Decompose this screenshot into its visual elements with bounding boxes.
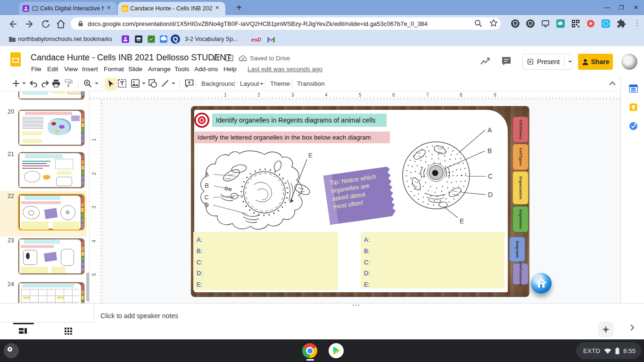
menu-file[interactable]: File <box>31 66 41 73</box>
extension-cloud-app-icon[interactable] <box>556 19 565 28</box>
activity-icon[interactable] <box>480 57 490 66</box>
expand-panel-chevron-icon[interactable] <box>630 324 634 331</box>
menu-addons[interactable]: Add-ons <box>194 66 218 73</box>
layout-caret-icon[interactable] <box>260 83 264 85</box>
collapse-toolbar-icon[interactable] <box>609 81 616 85</box>
tab-organization[interactable]: Organization <box>512 171 528 205</box>
keep-icon[interactable] <box>629 103 638 112</box>
extension-meet-icon[interactable] <box>602 19 610 28</box>
tasks-icon[interactable] <box>629 122 638 131</box>
tab-cell-types[interactable]: CellTypes <box>512 144 528 170</box>
menu-tools[interactable]: Tools <box>174 66 190 73</box>
gmail-icon[interactable] <box>267 36 275 43</box>
direction-text[interactable]: Identify the lettered organelles in the … <box>195 132 390 143</box>
reload-icon[interactable] <box>41 19 51 29</box>
browser-menu-icon[interactable]: ⋮ <box>634 19 637 28</box>
play-store-app-icon[interactable] <box>329 343 344 358</box>
filmstrip-scrollbar[interactable] <box>86 272 90 302</box>
slide-thumbnail-22[interactable] <box>18 194 85 230</box>
menu-help[interactable]: Help <box>223 66 237 73</box>
insert-image-icon[interactable] <box>131 79 140 88</box>
extension-shield-1-icon[interactable] <box>511 19 520 28</box>
tab-organelles[interactable]: Organelles <box>512 206 528 232</box>
slide-thumbnail-19[interactable] <box>18 91 85 100</box>
line-caret-icon[interactable] <box>172 82 175 84</box>
comments-icon[interactable] <box>501 56 512 66</box>
redo-icon[interactable] <box>41 80 50 87</box>
extension-shield-2-icon[interactable] <box>526 19 535 28</box>
slide-thumbnail-23[interactable] <box>18 238 85 275</box>
explore-button[interactable] <box>598 321 614 337</box>
filmstrip-view-icon[interactable] <box>19 328 27 335</box>
new-slide-caret-icon[interactable] <box>22 82 26 84</box>
slides-logo[interactable] <box>10 52 21 66</box>
forward-icon[interactable] <box>25 19 35 29</box>
bookmark-q-icon[interactable]: Q <box>171 34 180 44</box>
print-icon[interactable] <box>52 79 60 88</box>
window-restore-button[interactable]: ❐ <box>618 4 625 11</box>
animal-cell-diagram-right[interactable]: A B C D E <box>398 118 500 226</box>
zoom-caret-icon[interactable] <box>95 82 99 84</box>
document-title[interactable]: Candace Hunte - Cells INB 2021 Dellosso … <box>31 53 231 63</box>
avatar[interactable] <box>621 54 637 70</box>
present-caret-icon[interactable] <box>568 61 572 63</box>
home-nav-button[interactable] <box>531 273 552 294</box>
answer-a-right[interactable]: A: <box>364 234 504 246</box>
answer-box-right[interactable]: A: B: C: D: E: <box>361 232 504 288</box>
layout-button[interactable]: Layout <box>240 80 259 87</box>
grid-view-icon[interactable] <box>65 328 72 335</box>
animal-cell-diagram-left[interactable]: A B C D E <box>195 147 322 233</box>
shape-icon[interactable] <box>149 79 157 88</box>
notes-resize-handle[interactable] <box>353 304 362 306</box>
star-doc-icon[interactable] <box>212 54 220 62</box>
textbox-icon[interactable] <box>118 79 126 88</box>
tab-cell-theory[interactable]: CellTheory <box>512 116 528 143</box>
slide-thumbnail-20[interactable] <box>18 109 85 146</box>
bookmark-star-icon[interactable] <box>489 19 498 27</box>
bookmarks-folder-label[interactable]: northbabylonschools.net bookmarks <box>18 36 112 42</box>
bookmark-app3-icon[interactable] <box>148 35 155 43</box>
answer-b-left[interactable]: B: <box>197 246 338 257</box>
speaker-notes-placeholder[interactable]: Click to add speaker notes <box>100 312 178 320</box>
line-tool-icon[interactable] <box>161 79 169 88</box>
tab1-close-icon[interactable] <box>106 5 113 12</box>
menu-insert[interactable]: Insert <box>82 66 98 73</box>
menu-view[interactable]: View <box>64 66 78 73</box>
bookmark-app4-icon[interactable] <box>160 35 167 43</box>
answer-a-left[interactable]: A: <box>197 234 338 246</box>
new-tab-button[interactable] <box>234 3 246 15</box>
omnibox[interactable]: docs.google.com/presentation/d/1X5HIGvZB… <box>71 17 501 30</box>
home-icon[interactable] <box>56 19 66 29</box>
menu-slide[interactable]: Slide <box>128 66 142 73</box>
paint-format-icon[interactable] <box>65 79 73 88</box>
answer-b-right[interactable]: B: <box>364 246 504 257</box>
objective-text[interactable]: Identify organelles in Regents diagrams … <box>212 114 387 127</box>
tip-note[interactable]: Tip: Notice which organelles are asked a… <box>323 166 396 225</box>
extension-monitor-icon[interactable] <box>541 19 550 28</box>
transition-button[interactable]: Transition <box>297 80 325 87</box>
share-button[interactable]: Share <box>578 54 613 70</box>
slide-thumbnail-24[interactable] <box>18 282 85 303</box>
answer-e-left[interactable]: E: <box>197 279 338 290</box>
status-tray[interactable]: EXTD 8:55 <box>576 342 641 359</box>
slide-thumbnail-21[interactable] <box>18 152 85 189</box>
menu-format[interactable]: Format <box>104 66 124 73</box>
chrome-app-icon[interactable] <box>302 343 317 358</box>
insert-image-caret-icon[interactable] <box>142 82 146 84</box>
menu-edit[interactable]: Edit <box>47 66 58 73</box>
back-icon[interactable] <box>8 19 18 29</box>
answer-d-left[interactable]: D: <box>197 268 338 279</box>
browser-tab-1[interactable]: Cells Digital Interactive Note <box>19 2 117 15</box>
extension-play-icon[interactable] <box>586 19 595 28</box>
bookmark-esd-icon[interactable]: esD <box>251 37 261 42</box>
answer-c-right[interactable]: C: <box>364 257 504 268</box>
answer-box-left[interactable]: A: B: C: D: E: <box>193 232 338 290</box>
launcher-button[interactable] <box>4 343 19 358</box>
zoom-icon[interactable] <box>83 79 92 88</box>
bookmark-vocab-label[interactable]: 3-2 Vocabulary Sp... <box>185 36 238 42</box>
tab-diagrams[interactable]: Diagrams <box>509 237 525 262</box>
extension-qr-icon[interactable] <box>571 19 580 28</box>
bookmark-app2-icon[interactable] <box>135 35 142 43</box>
present-button[interactable]: Present <box>522 54 572 70</box>
window-close-button[interactable]: ✕ <box>632 4 640 11</box>
